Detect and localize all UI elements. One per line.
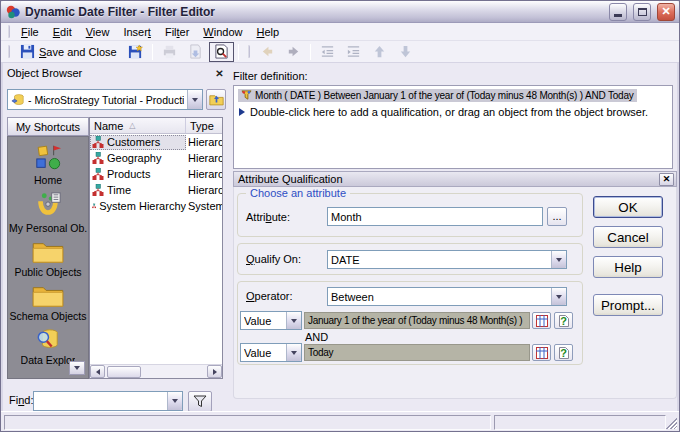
scroll-left-button[interactable] [90,365,105,378]
project-icon [11,93,25,107]
menu-window[interactable]: Window [196,24,249,40]
export-button[interactable] [183,42,208,62]
filter-definition-box[interactable]: Month ( DATE ) Between January 1 of the … [233,85,673,169]
cancel-button[interactable]: Cancel [593,226,663,248]
value-type-select-1[interactable]: Value [240,311,302,330]
sql-view-icon [214,44,229,59]
save-and-close-button[interactable]: Save and Close [15,42,122,62]
qualification-line[interactable]: Month ( DATE ) Between January 1 of the … [238,89,637,102]
menu-filter[interactable]: Filter [158,24,196,40]
choose-attribute-group: Choose an attribute Attribute: ... [237,193,583,237]
calendar-icon [536,315,548,327]
list-item[interactable]: Geography Hierarchy [90,150,222,166]
scrollbar-thumb[interactable] [107,366,141,378]
outdent-icon [320,44,335,59]
horizontal-scrollbar[interactable] [90,364,222,378]
list-item[interactable]: System Hierarchy System Hierarchy [90,198,222,214]
value-expression-field-1[interactable]: January 1 of the year of (Today minus 48… [304,312,530,329]
menu-view[interactable]: View [79,24,117,40]
indent-button[interactable] [341,42,366,62]
value-type-select-2[interactable]: Value [240,343,302,362]
save-icon [20,44,35,59]
prompt-value-button-2[interactable]: ? [554,344,573,361]
ellipsis-icon: ... [552,212,561,221]
indent-icon [346,44,361,59]
menu-file[interactable]: File [14,24,46,40]
undo-button[interactable] [255,42,280,62]
question-mark-icon: ? [560,347,567,359]
calendar-icon [536,347,548,359]
filter-editor-window: Dynamic Date Filter - Filter Editor ✕ Fi… [0,0,680,432]
operator-dropdown-arrow[interactable] [551,288,566,305]
calendar-button-2[interactable] [532,344,551,361]
shortcuts-scroll-down-button[interactable] [69,361,85,375]
filter-qualification-icon [241,90,252,101]
find-input[interactable] [37,395,167,407]
chevron-down-icon [556,295,562,299]
toolbar-grip-handle[interactable] [7,45,10,58]
add-qualification-hint[interactable]: Double-click here to add a qualification… [238,106,668,118]
prompt-value-button-1[interactable]: ? [554,312,573,329]
toolbar-separator [152,44,153,60]
folder-up-button[interactable] [206,89,226,110]
export-icon [188,44,203,59]
calendar-button-1[interactable] [532,312,551,329]
close-button[interactable]: ✕ [657,3,675,21]
attribute-browse-button[interactable]: ... [547,207,567,226]
print-icon [162,44,177,59]
list-item[interactable]: Customers Hierarchy [90,134,222,150]
list-item[interactable]: Time Hierarchy [90,182,222,198]
move-down-button[interactable] [393,42,418,62]
scroll-right-button[interactable] [207,365,222,378]
help-button[interactable]: Help [593,256,663,278]
toolbar-separator [238,44,239,60]
minimize-button[interactable] [609,3,627,21]
shortcut-public-objects[interactable]: Public Objects [8,240,88,278]
outdent-button[interactable] [315,42,340,62]
shortcut-home[interactable]: Home [8,144,88,186]
sql-view-button[interactable] [209,42,234,62]
value-expression-field-2[interactable]: Today [304,344,530,361]
hierarchy-icon [92,168,104,180]
column-header-type[interactable]: Type [186,118,222,133]
object-browser-close-button[interactable]: ✕ [212,66,227,80]
qualify-on-dropdown-arrow[interactable] [551,251,566,268]
microstrategy-logo-icon [5,4,21,20]
menu-edit[interactable]: Edit [46,24,79,40]
prompt-button[interactable]: Prompt... [593,294,663,316]
operator-select[interactable]: Between [327,287,567,306]
ok-button[interactable]: OK [593,196,663,218]
menu-insert[interactable]: Insert [116,24,158,40]
attribute-field[interactable] [327,207,543,226]
object-browser-title: Object Browser [7,67,212,79]
menu-bar: File Edit View Insert Filter Window Help [1,23,679,41]
value-type-dropdown-arrow[interactable] [286,312,301,329]
shortcut-schema-objects[interactable]: Schema Objects [8,284,88,322]
redo-button[interactable] [281,42,306,62]
move-up-button[interactable] [367,42,392,62]
find-combo[interactable] [33,391,183,411]
print-button[interactable] [157,42,182,62]
column-header-name[interactable]: Name △ [90,118,186,133]
group-caption: Choose an attribute [246,187,350,199]
menu-help[interactable]: Help [250,24,287,40]
attribute-qualification-close-button[interactable]: ✕ [659,173,674,186]
my-shortcuts-header[interactable]: My Shortcuts [7,117,89,136]
resize-grip[interactable] [664,416,677,429]
find-filter-button[interactable] [188,391,212,412]
hierarchy-icon [92,136,104,148]
hierarchy-icon [92,200,96,212]
toolbar: Save and Close [1,41,679,63]
project-dropdown-arrow[interactable] [187,90,202,109]
list-header: Name △ Type [90,118,222,134]
toolbar-grip-handle-2[interactable] [247,45,250,58]
qualify-on-select[interactable]: DATE [327,250,567,269]
find-dropdown-arrow[interactable] [167,392,182,410]
project-selector[interactable]: - MicroStrategy Tutorial - Production [7,89,203,110]
value-type-dropdown-arrow[interactable] [286,344,301,361]
menu-grip-handle[interactable] [7,25,10,38]
save-as-button[interactable] [123,42,148,62]
list-item[interactable]: Products Hierarchy [90,166,222,182]
shortcut-my-personal-objects[interactable]: My Personal Ob... [8,192,88,234]
maximize-button[interactable] [633,3,651,21]
